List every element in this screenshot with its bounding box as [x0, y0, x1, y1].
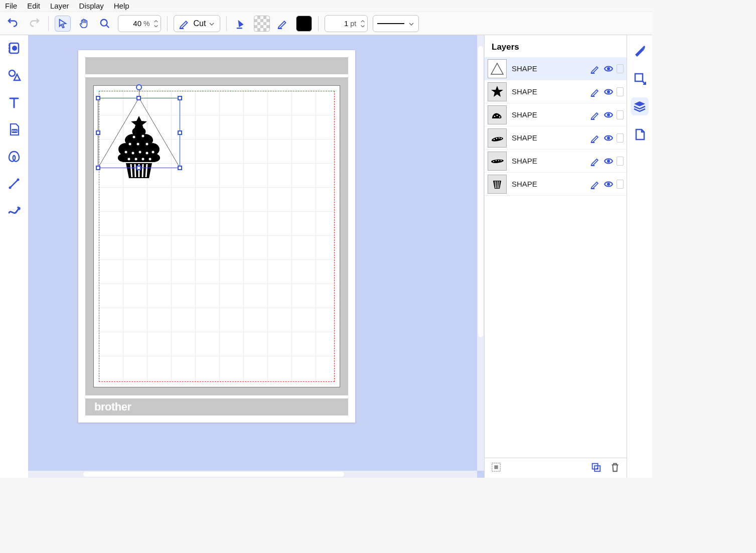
line-preview	[377, 23, 404, 24]
svg-point-38	[496, 160, 497, 161]
layer-thumb-triangle	[488, 59, 507, 78]
layer-lock-icon[interactable]	[617, 133, 624, 143]
zoom-spinner[interactable]	[154, 20, 159, 27]
canvas-area[interactable]: brother	[28, 35, 484, 478]
layer-cut-icon[interactable]	[590, 64, 600, 74]
layer-thumb-wrapper	[488, 175, 507, 194]
delete-layer-button[interactable]	[610, 462, 621, 475]
horizontal-scrollbar[interactable]	[28, 471, 477, 478]
vertical-scroll-thumb[interactable]	[478, 46, 483, 337]
transform-panel-button[interactable]	[631, 69, 649, 87]
layer-thumb-swirl3	[488, 152, 507, 171]
resize-handle-tr[interactable]	[178, 96, 182, 100]
svg-point-39	[498, 160, 499, 161]
line-type-dropdown[interactable]: Cut	[174, 15, 220, 32]
stroke-style-dropdown[interactable]	[373, 15, 419, 32]
layer-thumb-star	[488, 82, 507, 101]
layer-visibility-icon[interactable]	[603, 87, 614, 97]
resize-handle-tl[interactable]	[96, 96, 100, 100]
draw-tool[interactable]	[6, 203, 22, 219]
menu-help[interactable]: Help	[114, 2, 129, 10]
stroke-spinner[interactable]	[360, 20, 365, 27]
layers-panel: Layers SHAPE SHAPE	[485, 35, 627, 478]
layer-visibility-icon[interactable]	[603, 64, 614, 74]
layer-row-4[interactable]: SHAPE	[485, 150, 627, 173]
document-panel-button[interactable]	[631, 125, 649, 144]
horizontal-scroll-thumb[interactable]	[83, 472, 344, 477]
line-type-label: Cut	[193, 19, 206, 28]
layers-panel-button[interactable]	[631, 97, 649, 115]
vertical-scrollbar[interactable]	[477, 35, 484, 471]
selection-box[interactable]	[98, 98, 180, 168]
resize-handle-t[interactable]	[136, 96, 141, 100]
resize-handle-r[interactable]	[178, 130, 182, 135]
fill-swatch-none[interactable]	[254, 16, 270, 32]
cutting-mat[interactable]	[93, 85, 340, 387]
layer-lock-icon[interactable]	[617, 110, 624, 119]
shapes-tool[interactable]	[6, 67, 22, 83]
fill-button[interactable]	[233, 16, 249, 32]
layer-row-5[interactable]: SHAPE	[485, 173, 627, 196]
svg-point-40	[501, 160, 502, 161]
menu-layer[interactable]: Layer	[50, 2, 69, 10]
svg-line-10	[11, 180, 18, 187]
resize-handle-br[interactable]	[178, 166, 182, 170]
resize-handle-b[interactable]	[136, 166, 141, 170]
menubar: File Edit Layer Display Help	[0, 0, 652, 12]
layer-visibility-icon[interactable]	[603, 133, 614, 143]
resize-handle-bl[interactable]	[96, 166, 100, 170]
layer-label: SHAPE	[512, 133, 585, 142]
resize-handle-l[interactable]	[96, 130, 100, 135]
layer-visibility-icon[interactable]	[603, 179, 614, 189]
rotate-handle[interactable]	[136, 84, 142, 90]
layer-row-0[interactable]: SHAPE	[485, 57, 627, 80]
library-tool[interactable]	[6, 40, 22, 56]
layer-row-1[interactable]: SHAPE	[485, 80, 627, 103]
layer-thumb-swirl2	[488, 128, 507, 148]
left-toolbox: SVG	[0, 35, 28, 478]
layer-cut-icon[interactable]	[590, 179, 600, 189]
stroke-swatch-black[interactable]	[296, 16, 312, 32]
stroke-width-input[interactable]: pt	[325, 15, 368, 32]
menu-edit[interactable]: Edit	[27, 2, 40, 10]
zoom-value-field[interactable]	[123, 19, 141, 28]
layer-lock-icon[interactable]	[617, 180, 624, 189]
trace-tool[interactable]	[6, 149, 22, 165]
svg-import-tool[interactable]: SVG	[6, 121, 22, 137]
layer-row-3[interactable]: SHAPE	[485, 126, 627, 150]
separator	[226, 16, 227, 31]
layer-visibility-icon[interactable]	[603, 156, 614, 166]
svg-point-36	[501, 137, 502, 139]
layer-visibility-icon[interactable]	[603, 110, 614, 120]
layers-footer	[485, 458, 627, 478]
layer-cut-icon[interactable]	[590, 110, 600, 120]
layer-label: SHAPE	[512, 180, 585, 188]
layer-cut-icon[interactable]	[590, 156, 600, 166]
text-tool[interactable]	[6, 94, 22, 110]
select-same-button[interactable]	[491, 462, 502, 475]
toolbar: % Cut pt	[0, 12, 652, 35]
stroke-button[interactable]	[275, 16, 291, 32]
redo-button[interactable]	[26, 16, 42, 32]
line-tool[interactable]	[6, 176, 22, 192]
duplicate-layer-button[interactable]	[590, 462, 601, 475]
svg-rect-45	[494, 465, 498, 469]
zoom-tool[interactable]	[97, 16, 113, 32]
layer-cut-icon[interactable]	[590, 87, 600, 97]
stroke-width-field[interactable]	[330, 19, 348, 28]
svg-point-37	[493, 161, 494, 162]
undo-button[interactable]	[5, 16, 21, 32]
right-toolbox	[627, 35, 652, 478]
layer-lock-icon[interactable]	[617, 64, 624, 73]
zoom-input[interactable]: %	[118, 15, 161, 32]
appearance-panel-button[interactable]	[631, 41, 649, 59]
select-tool[interactable]	[55, 16, 71, 32]
hand-tool[interactable]	[76, 16, 92, 32]
menu-display[interactable]: Display	[79, 2, 104, 10]
brand-bar: brother	[85, 398, 348, 416]
layer-lock-icon[interactable]	[617, 87, 624, 96]
layer-cut-icon[interactable]	[590, 133, 600, 143]
layer-row-2[interactable]: SHAPE	[485, 103, 627, 126]
menu-file[interactable]: File	[5, 2, 17, 10]
layer-lock-icon[interactable]	[617, 157, 624, 166]
